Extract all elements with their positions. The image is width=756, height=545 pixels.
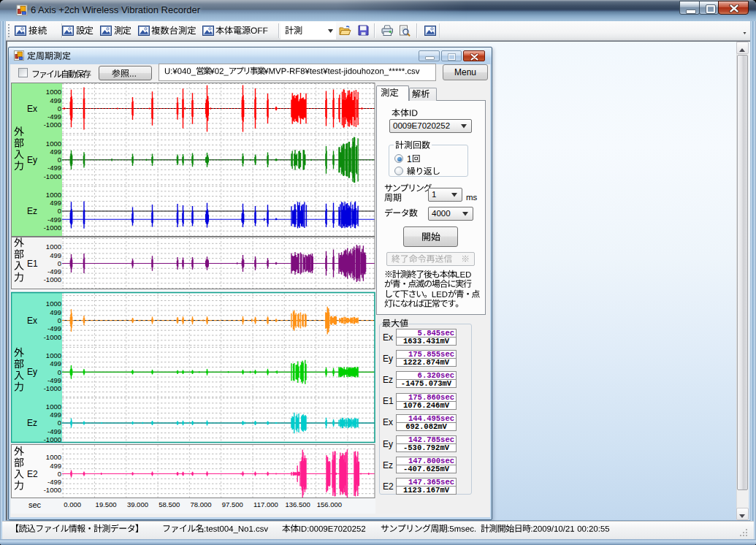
svg-text:0: 0 [58,470,61,478]
svg-text:0.000: 0.000 [64,500,81,508]
svg-text:-1000: -1000 [44,435,61,443]
svg-text:97.500: 97.500 [222,500,243,508]
svg-text:136.500: 136.500 [285,500,310,508]
svg-text:-499: -499 [47,267,61,275]
svg-text:-499: -499 [47,376,61,384]
svg-text:Ey: Ey [27,367,37,377]
svg-text:Ey: Ey [27,155,37,165]
svg-text:1000: 1000 [46,243,61,251]
svg-text:1000: 1000 [46,300,61,308]
svg-text:-1000: -1000 [44,121,61,129]
svg-text:1000: 1000 [46,140,61,148]
svg-text:-1000: -1000 [44,224,61,232]
svg-text:19.500: 19.500 [96,500,117,508]
svg-text:-1000: -1000 [44,333,61,341]
svg-text:499: 499 [50,96,61,104]
svg-text:-1000: -1000 [44,275,61,283]
svg-text:-499: -499 [47,324,61,332]
svg-text:0: 0 [58,316,61,324]
svg-text:499: 499 [50,411,61,419]
svg-text:58.500: 58.500 [159,500,180,508]
svg-text:499: 499 [50,359,61,367]
svg-text:-499: -499 [47,113,61,121]
svg-text:499: 499 [50,308,61,316]
svg-text:499: 499 [50,462,61,470]
svg-text:499: 499 [50,251,61,259]
svg-text:0: 0 [58,207,61,215]
svg-text:499: 499 [50,148,61,156]
svg-text:Ex: Ex [27,316,37,326]
svg-text:1000: 1000 [46,88,61,96]
svg-text:1000: 1000 [46,403,61,411]
svg-text:-499: -499 [47,216,61,224]
svg-text:-499: -499 [47,478,61,486]
svg-text:0: 0 [58,368,61,376]
svg-text:0: 0 [58,156,61,164]
svg-text:1000: 1000 [46,351,61,359]
svg-text:0: 0 [58,259,61,267]
svg-text:-1000: -1000 [44,384,61,392]
svg-text:117.000: 117.000 [253,500,278,508]
svg-text:Ex: Ex [27,104,37,114]
svg-text:1000: 1000 [46,191,61,199]
svg-text:499: 499 [50,199,61,207]
svg-text:-1000: -1000 [44,486,61,494]
svg-text:78.000: 78.000 [191,500,212,508]
svg-text:Ez: Ez [27,418,37,428]
svg-text:-499: -499 [47,427,61,435]
svg-text:sec: sec [28,500,42,509]
svg-text:E2: E2 [27,469,38,479]
svg-text:-1000: -1000 [44,172,61,180]
svg-text:1000: 1000 [46,453,61,461]
svg-text:0: 0 [58,419,61,427]
svg-text:Ez: Ez [27,206,37,216]
svg-text:39.000: 39.000 [127,500,148,508]
svg-text:-499: -499 [47,164,61,172]
svg-text:E1: E1 [27,259,38,269]
svg-text:0: 0 [58,104,61,113]
svg-text:156.000: 156.000 [317,500,342,508]
